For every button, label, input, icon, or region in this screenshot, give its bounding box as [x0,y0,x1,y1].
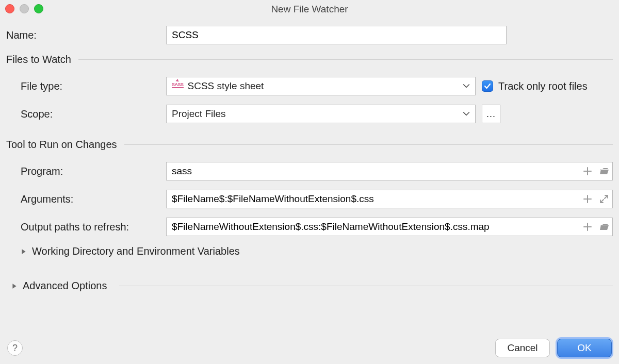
expand-icon [599,194,609,204]
cancel-button[interactable]: Cancel [495,339,550,357]
disclosure-working-dir[interactable]: Working Directory and Environment Variab… [21,245,613,257]
group-tool-to-run: Tool to Run on Changes [6,139,613,151]
track-only-root-label: Track only root files [498,80,588,92]
dialog-footer: ? Cancel OK [0,332,619,364]
output-paths-input[interactable] [166,218,613,236]
file-type-row: File type: SASS SCSS style sheet Track o… [6,77,613,95]
file-type-value: SCSS style sheet [188,80,264,92]
output-paths-label: Output paths to refresh: [6,221,166,233]
close-window-button[interactable] [5,4,14,13]
name-label: Name: [6,29,166,41]
scope-row: Scope: Project Files ... [6,105,613,123]
ellipsis-icon: ... [486,109,496,120]
window-controls [5,4,43,13]
file-type-select[interactable]: SASS SCSS style sheet [166,77,476,95]
insert-macro-button[interactable] [581,164,594,178]
group-files-to-watch: Files to Watch [6,54,613,65]
arguments-label: Arguments: [6,193,166,205]
checkmark-icon [482,80,493,92]
insert-macro-button[interactable] [581,220,594,234]
browse-program-button[interactable] [597,164,611,178]
group-separator [124,144,613,145]
program-row: Program: [6,162,613,180]
sass-icon: SASS [172,82,184,88]
chevron-down-icon [463,111,470,117]
group-separator [119,286,613,286]
scope-browse-button[interactable]: ... [482,105,500,123]
chevron-down-icon [463,84,470,89]
disclosure-advanced-options[interactable]: Advanced Options [11,280,613,292]
scope-value: Project Files [172,108,226,120]
triangle-right-icon [21,249,27,255]
name-input[interactable] [166,26,507,44]
browse-output-button[interactable] [597,220,611,234]
help-icon: ? [12,343,18,354]
folder-open-icon [599,222,609,232]
triangle-right-icon [11,283,18,289]
insert-macro-button[interactable] [581,192,594,206]
name-row: Name: [6,26,613,44]
ok-button-label: OK [577,342,591,354]
title-bar: New File Watcher [0,0,619,19]
ok-button[interactable]: OK [557,339,612,357]
program-input[interactable] [166,162,613,180]
arguments-row: Arguments: [6,190,613,208]
disclosure-working-dir-label: Working Directory and Environment Variab… [32,245,240,257]
cancel-button-label: Cancel [507,342,537,354]
plus-icon [582,222,593,232]
plus-icon [582,194,593,204]
minimize-window-button [20,4,29,13]
group-tool-to-run-label: Tool to Run on Changes [6,139,117,151]
plus-icon [582,166,593,176]
zoom-window-button[interactable] [34,4,43,13]
disclosure-advanced-label: Advanced Options [23,280,107,292]
arguments-input[interactable] [166,190,613,208]
window-title: New File Watcher [271,4,348,15]
scope-label: Scope: [6,108,166,120]
folder-open-icon [599,166,609,176]
output-paths-row: Output paths to refresh: [6,218,613,236]
track-only-root-checkbox[interactable]: Track only root files [482,80,588,92]
help-button[interactable]: ? [7,340,23,356]
group-separator [78,59,613,60]
group-files-to-watch-label: Files to Watch [6,54,71,65]
expand-arguments-button[interactable] [597,192,611,206]
program-label: Program: [6,166,166,177]
scope-select[interactable]: Project Files [166,105,476,123]
file-type-label: File type: [6,80,166,92]
